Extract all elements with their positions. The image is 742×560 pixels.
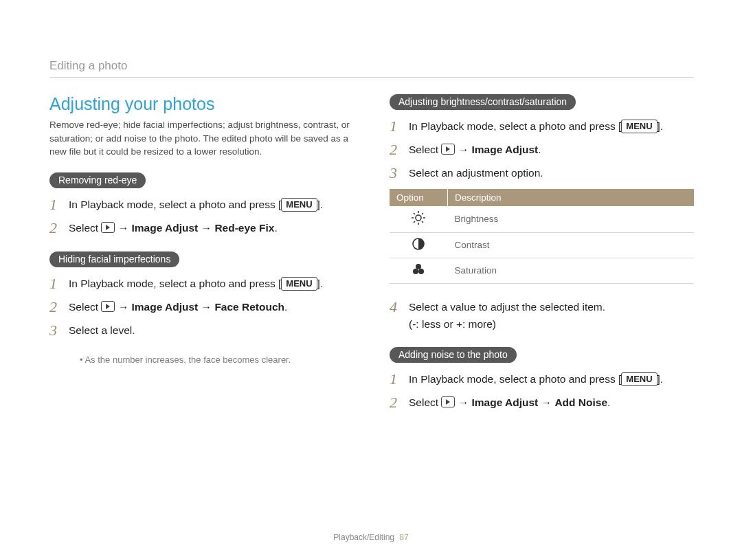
two-column-layout: Adjusting your photos Remove red-eye; hi… <box>49 94 694 426</box>
step4-subtext: (-: less or +: more) <box>409 316 694 332</box>
table-row: Saturation <box>390 258 694 283</box>
page-number: 87 <box>399 533 408 542</box>
step-text: Select → Image Adjust → Face Retouch. <box>69 299 354 315</box>
contrast-icon <box>390 232 448 258</box>
arrow-icon: → <box>201 222 212 234</box>
facial-note: As the number increases, the face become… <box>80 355 354 365</box>
left-column: Adjusting your photos Remove red-eye; hi… <box>49 94 354 426</box>
step-number: 1 <box>390 118 409 135</box>
play-icon <box>441 144 455 155</box>
path-redeye-fix: Red-eye Fix <box>214 222 274 234</box>
select-label: Select <box>409 396 438 408</box>
svg-point-12 <box>418 269 424 274</box>
step-number: 1 <box>390 371 409 388</box>
select-label: Select <box>69 301 98 313</box>
step-number: 3 <box>390 165 409 181</box>
play-icon <box>101 301 115 312</box>
table-row: Contrast <box>390 232 694 258</box>
step-number: 4 <box>390 299 409 315</box>
step-text: Select → Image Adjust → Add Noise. <box>409 394 694 410</box>
path-image-adjust: Image Adjust <box>132 301 199 313</box>
path-image-adjust: Image Adjust <box>472 144 539 155</box>
step-text: Select a value to adjust the selected it… <box>409 299 694 333</box>
options-table: Option Description Brightness <box>390 189 694 284</box>
page-title: Adjusting your photos <box>49 94 354 114</box>
step1-prefix: In Playback mode, select a photo and pre… <box>69 278 281 289</box>
svg-line-5 <box>414 213 415 214</box>
steps-bcs: 1 In Playback mode, select a photo and p… <box>390 118 694 182</box>
play-icon <box>101 222 115 233</box>
select-label: Select <box>69 222 98 234</box>
td-label: Saturation <box>448 258 695 283</box>
step-number: 3 <box>49 322 69 339</box>
step-text: Select → Image Adjust → Red-eye Fix. <box>69 220 354 236</box>
menu-icon: MENU <box>281 198 317 212</box>
steps-noise: 1 In Playback mode, select a photo and p… <box>390 371 694 411</box>
path-image-adjust: Image Adjust <box>132 222 199 234</box>
step-number: 2 <box>49 299 69 315</box>
td-label: Brightness <box>448 206 695 233</box>
arrow-icon: → <box>118 301 129 313</box>
step-number: 2 <box>49 220 69 236</box>
menu-icon: MENU <box>281 277 317 291</box>
footer-section: Playback/Editing <box>333 533 394 542</box>
step-text: Select → Image Adjust. <box>409 142 694 157</box>
step-text: Select a level. <box>69 322 354 338</box>
step-text: In Playback mode, select a photo and pre… <box>409 371 694 387</box>
step1-suffix: ]. <box>317 199 324 210</box>
path-add-noise: Add Noise <box>554 396 607 408</box>
breadcrumb: Editing a photo <box>49 59 694 78</box>
section-heading-facial: Hiding facial imperfections <box>49 251 179 267</box>
section-heading-redeye: Removing red-eye <box>49 172 146 188</box>
menu-icon: MENU <box>621 120 657 133</box>
arrow-icon: → <box>458 396 469 408</box>
play-icon <box>441 396 455 407</box>
arrow-icon: → <box>201 301 212 313</box>
step1-prefix: In Playback mode, select a photo and pre… <box>69 199 281 210</box>
table-row: Brightness <box>390 206 694 233</box>
steps-redeye: 1 In Playback mode, select a photo and p… <box>49 197 354 236</box>
arrow-icon: → <box>458 144 469 155</box>
right-column: Adjusting brightness/contrast/saturation… <box>390 94 694 426</box>
step1-suffix: ]. <box>657 120 664 132</box>
arrow-icon: → <box>118 222 129 234</box>
svg-line-7 <box>422 213 423 214</box>
step-number: 1 <box>49 276 69 292</box>
svg-line-6 <box>422 221 423 223</box>
svg-point-10 <box>416 264 421 269</box>
td-label: Contrast <box>448 232 695 258</box>
brightness-icon <box>390 206 448 233</box>
steps-facial: 1 In Playback mode, select a photo and p… <box>49 276 354 339</box>
svg-point-0 <box>416 215 421 221</box>
step4-text: Select a value to adjust the selected it… <box>409 301 605 313</box>
step-number: 1 <box>49 197 69 213</box>
step1-suffix: ]. <box>317 278 324 289</box>
step-text: In Playback mode, select a photo and pre… <box>69 197 354 212</box>
path-image-adjust: Image Adjust <box>472 396 539 408</box>
step-number: 2 <box>390 142 409 158</box>
th-description: Description <box>448 189 695 206</box>
step1-suffix: ]. <box>657 373 664 385</box>
svg-point-11 <box>413 269 418 274</box>
step-text: In Playback mode, select a photo and pre… <box>409 118 694 134</box>
saturation-icon <box>390 258 448 283</box>
page-footer: Playback/Editing 87 <box>0 533 742 542</box>
steps-bcs-cont: 4 Select a value to adjust the selected … <box>390 299 694 333</box>
manual-page: Editing a photo Adjusting your photos Re… <box>0 0 742 560</box>
intro-text: Remove red-eye; hide facial imperfection… <box>49 118 354 159</box>
step1-prefix: In Playback mode, select a photo and pre… <box>409 373 621 385</box>
step-text: In Playback mode, select a photo and pre… <box>69 276 354 291</box>
step-number: 2 <box>390 394 409 411</box>
arrow-icon: → <box>541 396 552 408</box>
svg-line-8 <box>414 221 415 223</box>
path-face-retouch: Face Retouch <box>214 301 284 313</box>
section-heading-noise: Adding noise to the photo <box>390 347 517 363</box>
select-label: Select <box>409 144 438 155</box>
th-option: Option <box>390 189 448 206</box>
section-heading-bcs: Adjusting brightness/contrast/saturation <box>390 94 576 110</box>
menu-icon: MENU <box>621 372 657 386</box>
step1-prefix: In Playback mode, select a photo and pre… <box>409 120 621 132</box>
step-text: Select an adjustment option. <box>409 165 694 181</box>
